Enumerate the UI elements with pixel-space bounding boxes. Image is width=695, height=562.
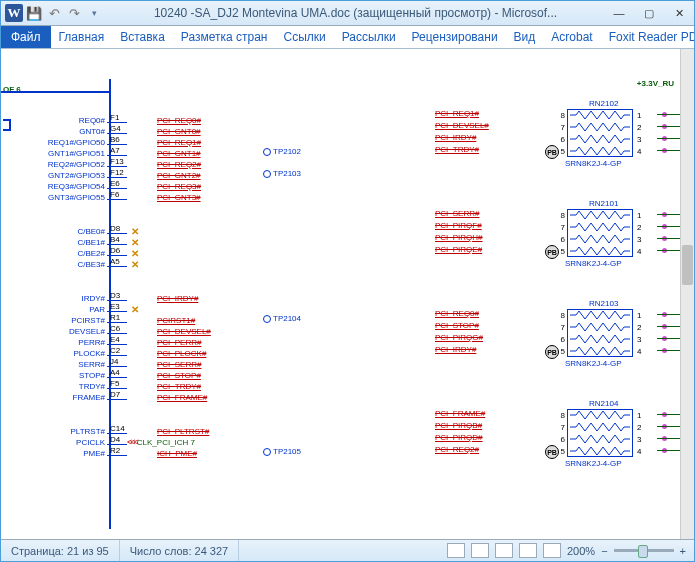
pin-number: D6: [107, 246, 127, 256]
pin-number-left: 6: [541, 235, 567, 244]
window-title: 10240 -SA_DJ2 Montevina UMA.doc (защищен…: [107, 6, 604, 20]
zoom-in-button[interactable]: +: [680, 545, 686, 557]
test-point-label: TP2102: [273, 147, 301, 156]
test-point-icon: [263, 148, 271, 156]
file-tab[interactable]: Файл: [1, 26, 51, 48]
pin-number-right: 3: [633, 335, 657, 344]
resistor-row: 81: [541, 209, 663, 221]
test-point-label: TP2105: [273, 447, 301, 456]
pin-number: C14: [107, 424, 127, 434]
redo-icon[interactable]: ↷: [65, 4, 83, 22]
tab-mailings[interactable]: Рассылки: [334, 26, 404, 48]
pin-label: PCIRST#: [1, 316, 107, 325]
net-label: PCI_DEVSEL#: [127, 327, 211, 336]
pcb-badge-icon: PB: [545, 145, 559, 159]
test-point: TP2103: [263, 169, 301, 178]
no-connect-icon: ✕: [127, 226, 139, 237]
tab-references[interactable]: Ссылки: [275, 26, 333, 48]
net-label: PCI_IRDY#: [435, 133, 476, 142]
pin-label: TRDY#: [1, 382, 107, 391]
zoom-slider[interactable]: [614, 549, 674, 552]
resistor-row: 72: [541, 421, 663, 433]
schematic-page: OF 6 +3.3V_RU REQ0#F1PCI_REQ0#GNT0#G4PCI…: [1, 49, 680, 539]
pcb-badge-icon: PB: [545, 345, 559, 359]
pin-row: C/BE3#A5✕: [1, 258, 139, 270]
pin-number-left: 8: [541, 111, 567, 120]
net-label: PCIRST1#: [127, 316, 195, 325]
pin-number-right: 4: [633, 347, 657, 356]
pin-number-right: 4: [633, 147, 657, 156]
net-label: PCI_REQ3#: [127, 182, 201, 191]
tab-foxit[interactable]: Foxit Reader PDF: [601, 26, 695, 48]
pin-number: D3: [107, 291, 127, 301]
scrollbar-thumb[interactable]: [682, 245, 693, 285]
resistor-row: 54: [541, 145, 663, 157]
tab-view[interactable]: Вид: [506, 26, 544, 48]
pin-number-left: 8: [541, 411, 567, 420]
part-number-label: SRN8K2J-4-GP: [565, 459, 621, 468]
zoom-out-button[interactable]: −: [601, 545, 607, 557]
pin-number: F5: [107, 379, 127, 389]
net-label: PCI_IRDY#: [127, 294, 198, 303]
pin-number: C2: [107, 346, 127, 356]
net-label: PCI_SERR#: [435, 209, 479, 218]
pin-label: REQ0#: [1, 116, 107, 125]
net-label: PCI_DEVSEL#: [435, 121, 489, 130]
pin-label: C/BE1#: [1, 238, 107, 247]
view-read-mode-icon[interactable]: [471, 543, 489, 558]
net-label: PCI_FRAME#: [127, 393, 207, 402]
view-web-layout-icon[interactable]: [495, 543, 513, 558]
pin-number-right: 2: [633, 423, 657, 432]
resistor-row: 72: [541, 121, 663, 133]
close-button[interactable]: ✕: [664, 2, 694, 24]
part-number-label: SRN8K2J-4-GP: [565, 259, 621, 268]
wire: [657, 426, 680, 427]
document-viewport[interactable]: OF 6 +3.3V_RU REQ0#F1PCI_REQ0#GNT0#G4PCI…: [1, 49, 680, 539]
resistor-row: 81: [541, 309, 663, 321]
net-label: PCI_IRDY#: [435, 345, 476, 354]
net-label: PCI_REQ0#: [127, 116, 201, 125]
pin-label: IRDY#: [1, 294, 107, 303]
pin-row: GNT3#/GPIO55F6PCI_GNT3#: [1, 191, 201, 203]
status-page[interactable]: Страница: 21 из 95: [1, 540, 120, 561]
no-connect-icon: ✕: [127, 304, 139, 315]
vertical-scrollbar[interactable]: [680, 49, 694, 539]
tab-home[interactable]: Главная: [51, 26, 113, 48]
view-draft-icon[interactable]: [543, 543, 561, 558]
pin-number-right: 3: [633, 235, 657, 244]
pin-number: C6: [107, 324, 127, 334]
view-print-layout-icon[interactable]: [447, 543, 465, 558]
tab-layout[interactable]: Разметка стран: [173, 26, 276, 48]
tab-acrobat[interactable]: Acrobat: [543, 26, 600, 48]
resistor-row: 81: [541, 109, 663, 121]
view-outline-icon[interactable]: [519, 543, 537, 558]
pin-number-right: 1: [633, 311, 657, 320]
net-label: PCI_PIRQB#: [435, 421, 482, 430]
pin-label: DEVSEL#: [1, 327, 107, 336]
pin-number: F6: [107, 190, 127, 200]
pin-row: PME#R2ICH_PME#: [1, 447, 197, 459]
tab-review[interactable]: Рецензировани: [404, 26, 506, 48]
resistor-network: RN210381PCI_REQ0#72PCI_STOP#63PCI_PIRQG#…: [541, 309, 663, 357]
pin-number-left: 7: [541, 423, 567, 432]
undo-icon[interactable]: ↶: [45, 4, 63, 22]
wire: [657, 126, 680, 127]
net-label: PCI_PIRQG#: [435, 333, 483, 342]
test-point-icon: [263, 170, 271, 178]
minimize-button[interactable]: —: [604, 2, 634, 24]
pin-number-right: 3: [633, 435, 657, 444]
qat-dropdown-icon[interactable]: ▾: [85, 4, 103, 22]
pin-label: PERR#: [1, 338, 107, 347]
pin-number: A4: [107, 368, 127, 378]
maximize-button[interactable]: ▢: [634, 2, 664, 24]
tab-insert[interactable]: Вставка: [112, 26, 173, 48]
zoom-level[interactable]: 200%: [567, 545, 595, 557]
save-icon[interactable]: 💾: [25, 4, 43, 22]
wire: [657, 226, 680, 227]
status-word-count[interactable]: Число слов: 24 327: [120, 540, 239, 561]
wire: [657, 214, 680, 215]
wire: [657, 338, 680, 339]
net-label: PCI_GNT3#: [127, 193, 201, 202]
pin-number-right: 2: [633, 323, 657, 332]
pin-number: F1: [107, 113, 127, 123]
